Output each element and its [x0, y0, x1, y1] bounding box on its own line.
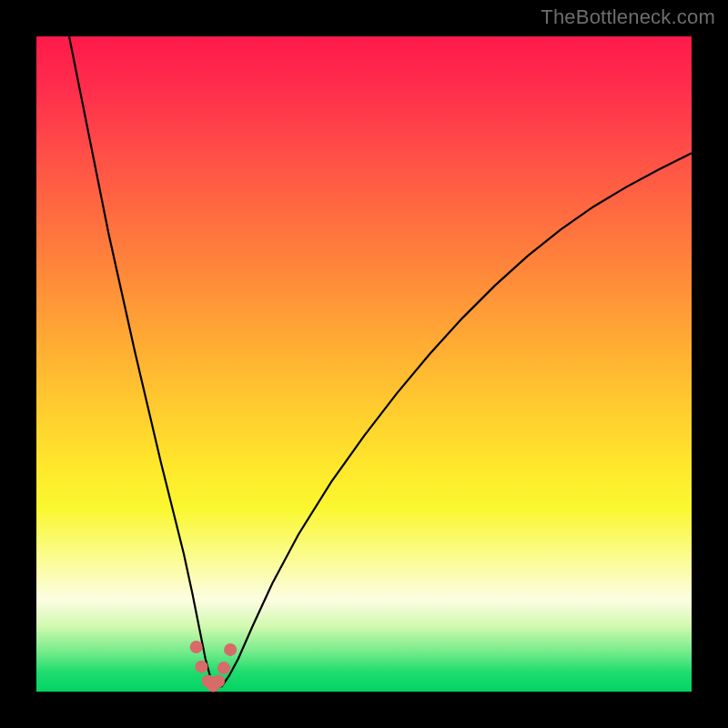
bottleneck-curve-path	[69, 36, 692, 686]
watermark-label: TheBottleneck.com	[541, 5, 715, 29]
trough-marker	[190, 641, 203, 653]
bottleneck-curve-svg	[36, 36, 692, 692]
plot-area	[36, 36, 692, 692]
trough-marker	[195, 661, 207, 673]
trough-markers-group	[190, 641, 237, 692]
trough-marker	[212, 674, 225, 687]
trough-marker	[217, 662, 230, 674]
chart-frame: TheBottleneck.com	[0, 0, 728, 728]
trough-marker	[224, 643, 237, 656]
